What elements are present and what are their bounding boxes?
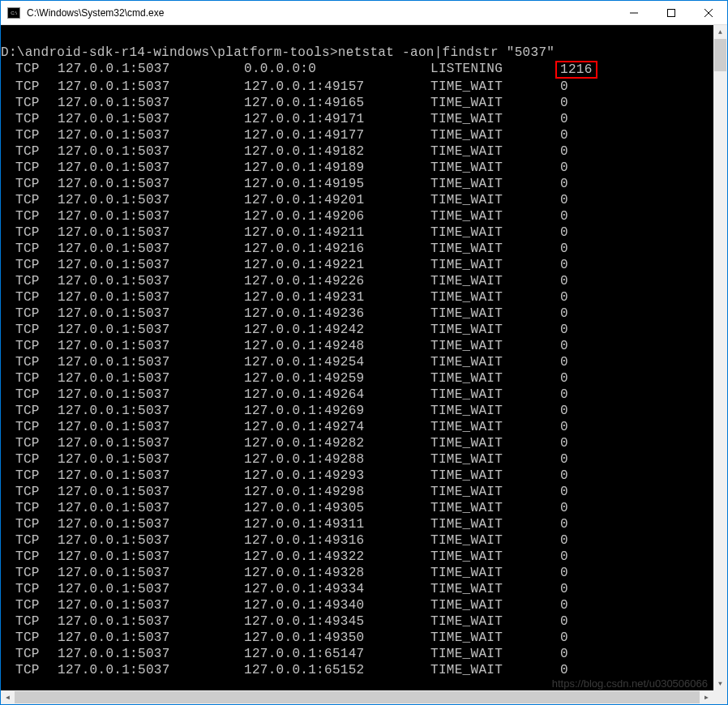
- proto-cell: TCP: [1, 532, 58, 549]
- netstat-row: TCP127.0.0.1:5037127.0.0.1:49259TIME_WAI…: [1, 370, 713, 387]
- local-address-cell: 127.0.0.1:5037: [58, 176, 244, 192]
- state-cell: TIME_WAIT: [430, 306, 560, 322]
- proto-cell: TCP: [1, 61, 58, 79]
- local-address-cell: 127.0.0.1:5037: [58, 370, 244, 387]
- state-cell: TIME_WAIT: [430, 273, 560, 289]
- pid-cell: 0: [560, 338, 625, 354]
- pid-cell: 0: [560, 419, 625, 435]
- local-address-cell: 127.0.0.1:5037: [58, 403, 244, 419]
- pid-cell: 0: [560, 662, 625, 678]
- proto-cell: TCP: [1, 143, 58, 160]
- minimize-button[interactable]: [615, 1, 653, 24]
- horizontal-scroll-track[interactable]: [15, 690, 700, 704]
- vertical-scroll-thumb[interactable]: [714, 39, 726, 71]
- state-cell: LISTENING: [430, 61, 560, 79]
- pid-cell: 0: [560, 500, 625, 516]
- proto-cell: TCP: [1, 289, 58, 306]
- proto-cell: TCP: [1, 111, 58, 127]
- state-cell: TIME_WAIT: [430, 160, 560, 176]
- svg-rect-1: [668, 9, 675, 16]
- state-cell: TIME_WAIT: [430, 289, 560, 306]
- pid-cell: 0: [560, 613, 625, 630]
- state-cell: TIME_WAIT: [430, 435, 560, 451]
- pid-cell: 0: [560, 176, 625, 192]
- foreign-address-cell: 127.0.0.1:49288: [244, 451, 430, 468]
- netstat-row: TCP127.0.0.1:5037127.0.0.1:49226TIME_WAI…: [1, 273, 713, 289]
- local-address-cell: 127.0.0.1:5037: [58, 338, 244, 354]
- pid-cell: 0: [560, 565, 625, 581]
- proto-cell: TCP: [1, 241, 58, 257]
- proto-cell: TCP: [1, 500, 58, 516]
- foreign-address-cell: 127.0.0.1:49216: [244, 241, 430, 257]
- netstat-row: TCP127.0.0.1:5037127.0.0.1:49231TIME_WAI…: [1, 289, 713, 306]
- foreign-address-cell: 127.0.0.1:49201: [244, 192, 430, 208]
- local-address-cell: 127.0.0.1:5037: [58, 192, 244, 208]
- netstat-row: TCP127.0.0.1:5037127.0.0.1:49182TIME_WAI…: [1, 143, 713, 160]
- local-address-cell: 127.0.0.1:5037: [58, 127, 244, 143]
- pid-cell: 0: [560, 127, 625, 143]
- netstat-row: TCP127.0.0.1:5037127.0.0.1:49274TIME_WAI…: [1, 419, 713, 435]
- titlebar[interactable]: C:\Windows\System32\cmd.exe: [1, 1, 727, 25]
- vertical-scroll-track[interactable]: [713, 39, 727, 677]
- foreign-address-cell: 127.0.0.1:49254: [244, 354, 430, 370]
- foreign-address-cell: 127.0.0.1:65147: [244, 646, 430, 662]
- pid-cell: 0: [560, 192, 625, 208]
- proto-cell: TCP: [1, 224, 58, 241]
- state-cell: TIME_WAIT: [430, 208, 560, 224]
- proto-cell: TCP: [1, 419, 58, 435]
- proto-cell: TCP: [1, 208, 58, 224]
- pid-cell: 0: [560, 354, 625, 370]
- local-address-cell: 127.0.0.1:5037: [58, 257, 244, 273]
- netstat-row: TCP127.0.0.1:5037127.0.0.1:49157TIME_WAI…: [1, 79, 713, 95]
- netstat-row: TCP127.0.0.1:5037127.0.0.1:49282TIME_WAI…: [1, 435, 713, 451]
- state-cell: TIME_WAIT: [430, 241, 560, 257]
- netstat-row: TCP127.0.0.1:5037127.0.0.1:49165TIME_WAI…: [1, 95, 713, 111]
- close-button[interactable]: [690, 1, 727, 24]
- foreign-address-cell: 127.0.0.1:49177: [244, 127, 430, 143]
- proto-cell: TCP: [1, 581, 58, 597]
- proto-cell: TCP: [1, 630, 58, 646]
- local-address-cell: 127.0.0.1:5037: [58, 435, 244, 451]
- scroll-down-button[interactable]: ▼: [713, 677, 727, 690]
- maximize-button[interactable]: [653, 1, 690, 24]
- scroll-left-button[interactable]: ◀: [1, 690, 15, 704]
- netstat-row: TCP127.0.0.1:5037127.0.0.1:49311TIME_WAI…: [1, 516, 713, 532]
- foreign-address-cell: 127.0.0.1:49264: [244, 387, 430, 403]
- local-address-cell: 127.0.0.1:5037: [58, 500, 244, 516]
- pid-cell: 0: [560, 597, 625, 613]
- proto-cell: TCP: [1, 646, 58, 662]
- foreign-address-cell: 127.0.0.1:49334: [244, 581, 430, 597]
- netstat-row: TCP127.0.0.1:5037127.0.0.1:49328TIME_WAI…: [1, 565, 713, 581]
- state-cell: TIME_WAIT: [430, 176, 560, 192]
- local-address-cell: 127.0.0.1:5037: [58, 613, 244, 630]
- local-address-cell: 127.0.0.1:5037: [58, 646, 244, 662]
- pid-cell: 0: [560, 160, 625, 176]
- netstat-row: TCP127.0.0.1:5037127.0.0.1:65152TIME_WAI…: [1, 662, 713, 678]
- proto-cell: TCP: [1, 370, 58, 387]
- proto-cell: TCP: [1, 306, 58, 322]
- netstat-row: TCP127.0.0.1:5037127.0.0.1:49288TIME_WAI…: [1, 451, 713, 468]
- foreign-address-cell: 127.0.0.1:49226: [244, 273, 430, 289]
- pid-cell: 0: [560, 403, 625, 419]
- foreign-address-cell: 127.0.0.1:49189: [244, 160, 430, 176]
- foreign-address-cell: 127.0.0.1:49171: [244, 111, 430, 127]
- horizontal-scroll-thumb[interactable]: [15, 691, 700, 703]
- netstat-row: TCP127.0.0.1:5037127.0.0.1:49269TIME_WAI…: [1, 403, 713, 419]
- scroll-corner: [713, 690, 727, 704]
- horizontal-scrollbar[interactable]: ◀ ▶: [1, 690, 713, 704]
- scroll-right-button[interactable]: ▶: [700, 690, 713, 704]
- netstat-row: TCP127.0.0.1:5037127.0.0.1:49340TIME_WAI…: [1, 597, 713, 613]
- foreign-address-cell: 127.0.0.1:49221: [244, 257, 430, 273]
- foreign-address-cell: 127.0.0.1:49311: [244, 516, 430, 532]
- state-cell: TIME_WAIT: [430, 565, 560, 581]
- terminal-output[interactable]: D:\android-sdk-r14-windows\platform-tool…: [1, 25, 713, 690]
- vertical-scrollbar[interactable]: ▲ ▼: [713, 25, 727, 690]
- foreign-address-cell: 127.0.0.1:49165: [244, 95, 430, 111]
- local-address-cell: 127.0.0.1:5037: [58, 468, 244, 484]
- state-cell: TIME_WAIT: [430, 532, 560, 549]
- scroll-up-button[interactable]: ▲: [713, 25, 727, 39]
- pid-cell: 0: [560, 273, 625, 289]
- proto-cell: TCP: [1, 192, 58, 208]
- proto-cell: TCP: [1, 387, 58, 403]
- pid-cell: 0: [560, 241, 625, 257]
